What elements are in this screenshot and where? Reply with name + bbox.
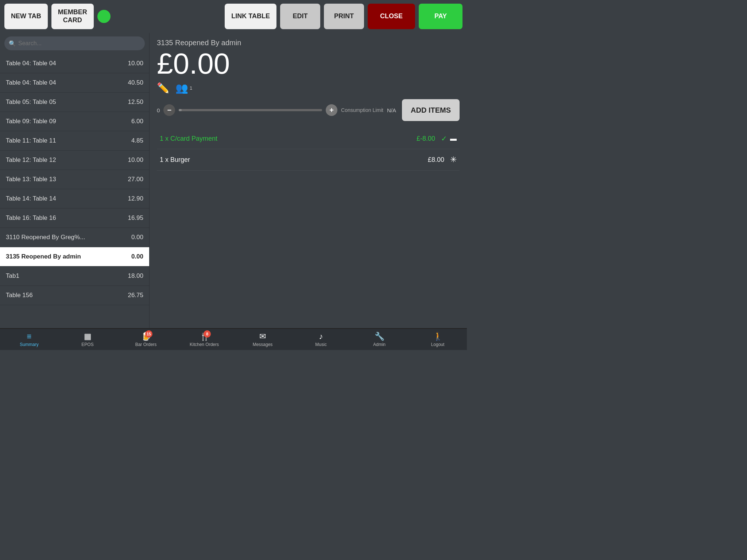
tab-name: Table 156	[6, 292, 33, 299]
nav-item-epos[interactable]: ▦ EPOS	[58, 329, 117, 350]
nav-item-summary[interactable]: ≡ Summary	[0, 329, 58, 350]
slider-min-label: 0	[157, 107, 160, 113]
tab-item[interactable]: 3110 Reopened By Greg%...0.00	[0, 228, 149, 247]
tab-name: Table 05: Table 05	[6, 98, 56, 106]
nav-label: Music	[315, 342, 326, 347]
status-indicator	[97, 10, 111, 23]
nav-icon: ▦	[84, 332, 92, 341]
order-icons: ✏️ 👥 1	[157, 82, 460, 94]
tab-amount: 26.75	[128, 292, 143, 299]
tab-item[interactable]: Table 04: Table 0410.00	[0, 54, 149, 73]
nav-label: Kitchen Orders	[190, 342, 219, 347]
tab-item[interactable]: Table 12: Table 1210.00	[0, 151, 149, 170]
tab-amount: 0.00	[131, 234, 143, 241]
nav-label: EPOS	[81, 342, 93, 347]
consumption-label: Consumption Limit	[341, 107, 383, 113]
edit-order-icon[interactable]: ✏️	[157, 82, 170, 94]
tab-amount: 40.50	[128, 79, 143, 86]
close-button[interactable]: CLOSE	[368, 4, 415, 29]
check-icon[interactable]: ✓	[441, 134, 447, 143]
order-item: 1 x Burger £8.00 ✳	[157, 149, 460, 171]
tab-amount: 10.00	[128, 156, 143, 164]
tab-name: Table 09: Table 09	[6, 118, 56, 125]
nav-label: Summary	[20, 342, 38, 347]
tab-name: Table 04: Table 04	[6, 60, 56, 67]
add-items-button[interactable]: ADD ITEMS	[402, 99, 460, 121]
tab-name: Table 12: Table 12	[6, 156, 56, 164]
tab-item[interactable]: Table 15626.75	[0, 286, 149, 305]
left-panel: 🔍 Table 04: Table 0410.00Table 04: Table…	[0, 33, 150, 328]
tab-name: 3135 Reopened By admin	[6, 253, 81, 260]
nav-label: Admin	[373, 342, 386, 347]
item-name: 1 x C/card Payment	[160, 135, 417, 143]
nav-item-bar-orders[interactable]: 15 🍺 Bar Orders	[117, 329, 175, 350]
guests-count: 1	[190, 85, 192, 91]
card-icon[interactable]: ▬	[450, 135, 457, 143]
nav-badge: 8	[204, 330, 211, 338]
nav-icon: ≡	[27, 332, 32, 341]
tab-amount: 0.00	[131, 253, 143, 260]
tab-item[interactable]: Table 11: Table 114.85	[0, 131, 149, 151]
tab-amount: 6.00	[131, 118, 143, 125]
guests-icon-symbol: 👥	[175, 82, 188, 94]
tab-item[interactable]: Table 16: Table 1616.95	[0, 209, 149, 228]
item-name: 1 x Burger	[160, 156, 428, 164]
slider-row: 0 − + Consumption Limit N/A	[157, 104, 396, 116]
tab-item[interactable]: Table 05: Table 0512.50	[0, 93, 149, 112]
tab-amount: 16.95	[128, 214, 143, 222]
nav-item-music[interactable]: ♪ Music	[292, 329, 350, 350]
right-panel: 3135 Reopened By admin £0.00 ✏️ 👥 1 0 −	[150, 33, 467, 328]
nav-item-admin[interactable]: 🔧 Admin	[350, 329, 409, 350]
tab-item[interactable]: Table 04: Table 0440.50	[0, 73, 149, 93]
tab-name: 3110 Reopened By Greg%...	[6, 234, 85, 241]
nav-icon: ♪	[319, 332, 323, 341]
nav-item-messages[interactable]: ✉ Messages	[233, 329, 292, 350]
toolbar-right: LINK TABLE EDIT PRINT CLOSE PAY	[225, 4, 462, 29]
slider-track[interactable]	[179, 109, 322, 111]
asterisk-icon[interactable]: ✳	[450, 155, 457, 164]
tab-amount: 12.90	[128, 195, 143, 202]
order-title: 3135 Reopened By admin	[157, 39, 460, 47]
tab-name: Table 11: Table 11	[6, 137, 56, 144]
consumption-value: N/A	[387, 107, 396, 113]
nav-badge: 15	[145, 330, 152, 338]
order-total: £0.00	[157, 49, 460, 78]
nav-label: Messages	[253, 342, 273, 347]
tab-amount: 10.00	[128, 60, 143, 67]
edit-button[interactable]: EDIT	[280, 4, 320, 29]
link-table-button[interactable]: LINK TABLE	[225, 4, 276, 29]
search-input[interactable]	[4, 36, 145, 50]
nav-label: Logout	[431, 342, 445, 347]
nav-item-logout[interactable]: 🚶 Logout	[409, 329, 467, 350]
nav-label: Bar Orders	[135, 342, 157, 347]
toolbar: NEW TAB MEMBERCARD LINK TABLE EDIT PRINT…	[0, 0, 467, 33]
tab-name: Table 14: Table 14	[6, 195, 56, 202]
slider-fill	[179, 109, 182, 111]
tab-amount: 18.00	[128, 272, 143, 280]
order-items: 1 x C/card Payment £-8.00 ✓ ▬ 1 x Burger…	[157, 128, 460, 171]
tab-item[interactable]: Table 14: Table 1412.90	[0, 189, 149, 209]
tab-name: Tab1	[6, 272, 19, 280]
guests-icon[interactable]: 👥 1	[175, 82, 192, 94]
nav-icon: 🔧	[375, 332, 384, 341]
nav-item-kitchen-orders[interactable]: 8 🍴 Kitchen Orders	[175, 329, 233, 350]
print-button[interactable]: PRINT	[324, 4, 364, 29]
new-tab-button[interactable]: NEW TAB	[4, 4, 48, 29]
tab-name: Table 13: Table 13	[6, 176, 56, 183]
slider-decrease-button[interactable]: −	[163, 104, 175, 116]
tab-item[interactable]: Tab118.00	[0, 267, 149, 286]
tab-amount: 4.85	[131, 137, 143, 144]
tab-list: Table 04: Table 0410.00Table 04: Table 0…	[0, 54, 149, 328]
tab-name: Table 04: Table 04	[6, 79, 56, 86]
tab-amount: 27.00	[128, 176, 143, 183]
search-icon: 🔍	[9, 40, 16, 47]
tab-item[interactable]: 3135 Reopened By admin0.00	[0, 247, 149, 267]
pay-button[interactable]: PAY	[419, 4, 462, 29]
nav-icon: 🚶	[433, 332, 443, 341]
slider-increase-button[interactable]: +	[326, 104, 337, 116]
member-card-button[interactable]: MEMBERCARD	[51, 4, 94, 29]
tab-item[interactable]: Table 13: Table 1327.00	[0, 170, 149, 189]
tab-item[interactable]: Table 09: Table 096.00	[0, 112, 149, 131]
bottom-nav: ≡ Summary ▦ EPOS 15 🍺 Bar Orders 8 🍴 Kit…	[0, 328, 467, 350]
item-actions: ✓ ▬	[441, 134, 457, 143]
